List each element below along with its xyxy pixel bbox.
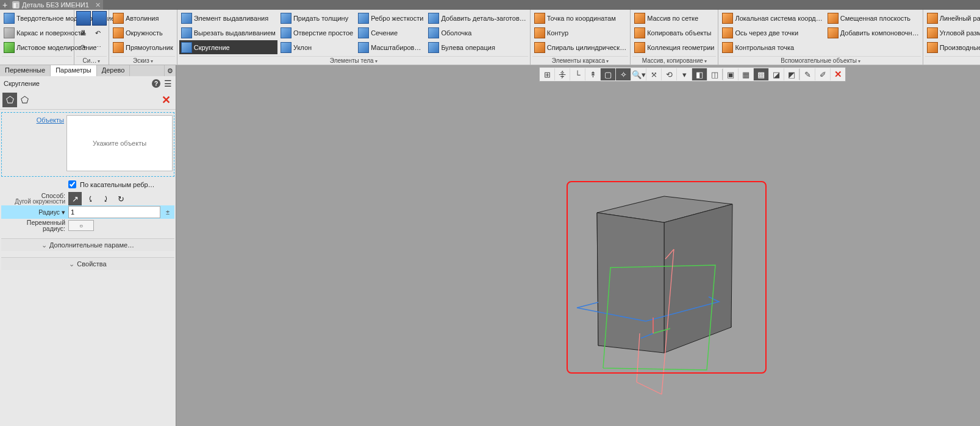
save-as-icon[interactable] bbox=[92, 11, 107, 26]
group-label-frame[interactable]: Элементы каркаса bbox=[532, 56, 628, 65]
group-frame: Точка по координатам Контур Спираль цили… bbox=[531, 10, 631, 65]
objects-box[interactable]: Укажите объекты bbox=[66, 115, 173, 171]
tool-create[interactable]: ⬠ bbox=[2, 93, 17, 107]
radius-row: Радиус ▾ ± bbox=[1, 205, 174, 219]
undo-icon[interactable]: ↶ bbox=[91, 26, 104, 40]
group-label-dim[interactable]: Размеры bbox=[925, 56, 980, 65]
btn-rib[interactable]: Ребро жесткости bbox=[356, 11, 425, 25]
btn-dim-derived[interactable]: Производные размеры bbox=[925, 40, 980, 54]
radius-label: Радиус bbox=[38, 208, 60, 216]
btn-ctrlpt[interactable]: Контрольная точка bbox=[720, 40, 824, 54]
method-arc-icon[interactable]: ↗ bbox=[68, 192, 82, 205]
btn-shell[interactable]: Оболочка bbox=[426, 26, 528, 40]
close-panel-icon[interactable]: ✕ bbox=[159, 93, 173, 107]
btn-dim-angular[interactable]: Угловой размер bbox=[925, 26, 980, 40]
document-tab[interactable]: ◧ Деталь БЕЗ ИМЕНИ1 ✕ bbox=[10, 0, 103, 10]
method-opt4-icon[interactable]: ↻ bbox=[114, 192, 127, 205]
objects-block: Объекты Укажите объекты bbox=[1, 112, 174, 177]
panel-body: Объекты Укажите объекты По касательным р… bbox=[0, 110, 176, 426]
tangent-row: По касательным ребр… bbox=[1, 177, 174, 192]
ribbon: Твердотельное моделирование Каркас и пов… bbox=[0, 10, 980, 65]
tool-preview[interactable]: ⬠ bbox=[17, 93, 32, 107]
sidebar-tabs: Переменные Параметры Дерево ⚙ bbox=[0, 65, 176, 76]
btn-rect[interactable]: Прямоугольник bbox=[111, 40, 175, 54]
more-icon[interactable]: ⋯ bbox=[91, 40, 104, 54]
btn-lcs[interactable]: Локальная система коорд… bbox=[720, 11, 824, 25]
redo-icon[interactable]: ↷ bbox=[76, 40, 90, 54]
tangent-label: По касательным ребр… bbox=[80, 181, 155, 188]
btn-extrude[interactable]: Элемент выдавливания bbox=[179, 11, 277, 25]
btn-draft[interactable]: Уклон bbox=[279, 40, 355, 54]
tab-parameters[interactable]: Параметры bbox=[51, 65, 97, 76]
tab-tree[interactable]: Дерево bbox=[97, 65, 131, 76]
group-label-copy[interactable]: Массив, копирование bbox=[632, 56, 716, 65]
btn-copy-obj[interactable]: Копировать объекты bbox=[632, 26, 716, 40]
btn-bool[interactable]: Булева операция bbox=[426, 40, 528, 54]
method-name: Дугой окружности bbox=[15, 199, 65, 205]
highlight-box bbox=[567, 181, 767, 374]
variable-label: Переменный радиус: bbox=[2, 219, 66, 232]
method-row: Способ: Дугой окружности ↗ ⤹ ⤸ ↻ bbox=[1, 192, 174, 205]
btn-contour[interactable]: Контур bbox=[532, 26, 628, 40]
btn-collection[interactable]: Коллекция геометрии bbox=[632, 40, 716, 54]
panel-header: Скругление ? ☰ bbox=[0, 76, 176, 91]
group-sketch: Автолиния Окружность Прямоугольник Эскиз bbox=[109, 10, 177, 65]
panel-toolbar: ⬠ ⬠ ✕ bbox=[0, 91, 176, 110]
panel-title: Скругление bbox=[4, 80, 152, 87]
btn-circle[interactable]: Окружность bbox=[111, 26, 175, 40]
new-tab-button[interactable]: + bbox=[0, 0, 10, 10]
document-title: Деталь БЕЗ ИМЕНИ1 bbox=[22, 1, 89, 9]
group-label-body[interactable]: Элементы тела bbox=[179, 56, 528, 65]
btn-section[interactable]: Сечение bbox=[356, 26, 425, 40]
section-props-label[interactable]: Свойства bbox=[1, 258, 174, 270]
group-label-sketch[interactable]: Эскиз bbox=[111, 56, 175, 65]
btn-scale[interactable]: Масштабиров… bbox=[356, 40, 425, 54]
btn-pattern-grid[interactable]: Массив по сетке bbox=[632, 11, 716, 25]
plane-red-edge2 bbox=[637, 382, 662, 394]
btn-spiral[interactable]: Спираль цилиндрическ… bbox=[532, 40, 628, 54]
gear-icon[interactable]: ⚙ bbox=[164, 65, 176, 76]
group-label-aux[interactable]: Вспомогательные объекты bbox=[720, 56, 920, 65]
btn-addcomp[interactable]: Добавить компоновочн… bbox=[826, 26, 921, 40]
radius-input[interactable] bbox=[68, 206, 160, 218]
print-icon[interactable]: 🖶 bbox=[76, 26, 90, 40]
group-label-sys[interactable]: Си… bbox=[76, 56, 107, 65]
help-icon[interactable]: ? bbox=[152, 79, 160, 88]
btn-dim-linear[interactable]: Линейный размер bbox=[925, 11, 980, 25]
settings-icon[interactable]: ☰ bbox=[164, 79, 172, 88]
sidebar: Переменные Параметры Дерево ⚙ Скругление… bbox=[0, 65, 176, 426]
close-icon[interactable]: ✕ bbox=[95, 1, 101, 9]
variable-toggle[interactable]: ○ bbox=[68, 220, 94, 231]
tangent-checkbox[interactable] bbox=[68, 180, 76, 188]
part-icon: ◧ bbox=[12, 1, 20, 9]
section-extra[interactable]: Дополнительные параме… bbox=[1, 238, 174, 251]
tab-variables[interactable]: Переменные bbox=[0, 65, 51, 76]
placeholder bbox=[826, 40, 921, 54]
main-area: Переменные Параметры Дерево ⚙ Скругление… bbox=[0, 65, 980, 426]
btn-hole[interactable]: Отверстие простое bbox=[279, 26, 355, 40]
method-opt3-icon[interactable]: ⤸ bbox=[99, 192, 112, 205]
objects-label[interactable]: Объекты bbox=[3, 115, 66, 171]
btn-autoline[interactable]: Автолиния bbox=[111, 11, 175, 25]
group-aux: Локальная система коорд… Ось через две т… bbox=[718, 10, 923, 65]
btn-point[interactable]: Точка по координатам bbox=[532, 11, 628, 25]
group-quick: 🖶 ↶ ↷ ⋯ Си… bbox=[74, 10, 109, 65]
group-modes: Твердотельное моделирование Каркас и пов… bbox=[0, 10, 74, 65]
btn-offplane[interactable]: Смещенная плоскость bbox=[826, 11, 921, 25]
section-extra-label[interactable]: Дополнительные параме… bbox=[1, 239, 174, 251]
method-opt2-icon[interactable]: ⤹ bbox=[84, 192, 97, 205]
save-icon[interactable] bbox=[76, 11, 91, 26]
group-dim: Линейный размер Угловой размер Производн… bbox=[923, 10, 980, 65]
title-bar: + ◧ Деталь БЕЗ ИМЕНИ1 ✕ bbox=[0, 0, 980, 10]
section-props[interactable]: Свойства bbox=[1, 257, 174, 270]
btn-fillet[interactable]: Скругление bbox=[179, 40, 277, 54]
btn-cut[interactable]: Вырезать выдавливанием bbox=[179, 26, 277, 40]
btn-axis[interactable]: Ось через две точки bbox=[720, 26, 824, 40]
btn-thicken[interactable]: Придать толщину bbox=[279, 11, 355, 25]
viewport[interactable]: ⊞ ⸎ └ ↟ ▢ ✧ 🔍▾ ⤧ ⟲ ▾ ◧ ◫ ▣ ▦ ▩ ◪ ◩ ✎ ✐ ✕ bbox=[176, 65, 980, 426]
group-copy: Массив по сетке Копировать объекты Колле… bbox=[631, 10, 718, 65]
objects-hint: Укажите объекты bbox=[93, 140, 146, 147]
method-icons: ↗ ⤹ ⤸ ↻ bbox=[68, 192, 127, 205]
btn-add-part[interactable]: Добавить деталь-заготов… bbox=[426, 11, 528, 25]
radius-spin[interactable]: ± bbox=[162, 208, 173, 216]
